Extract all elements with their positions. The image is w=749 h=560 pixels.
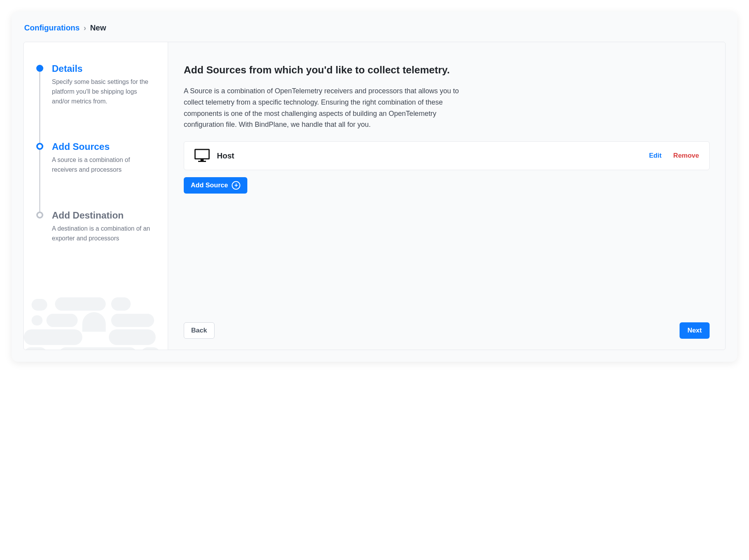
source-name: Host — [217, 151, 649, 160]
back-button[interactable]: Back — [184, 322, 215, 339]
breadcrumb: Configurations › New — [23, 23, 726, 32]
breadcrumb-current: New — [90, 23, 106, 32]
step-desc: Specify some basic settings for the plat… — [52, 77, 155, 106]
monitor-icon — [194, 149, 210, 163]
page-card: Configurations › New Details Specify som… — [12, 12, 737, 362]
page-description: A Source is a combination of OpenTelemet… — [184, 85, 465, 130]
edit-button[interactable]: Edit — [649, 152, 662, 160]
step-desc: A source is a combination of receivers a… — [52, 155, 155, 175]
wizard-sidebar: Details Specify some basic settings for … — [24, 42, 168, 350]
svg-rect-0 — [195, 149, 209, 159]
wizard-panel: Details Specify some basic settings for … — [23, 42, 726, 350]
step-details[interactable]: Details Specify some basic settings for … — [36, 63, 155, 141]
step-dot-inactive-icon — [36, 212, 43, 219]
step-dot-completed-icon — [36, 65, 43, 72]
step-title: Details — [52, 63, 155, 74]
step-dot-active-icon — [36, 143, 43, 150]
add-source-label: Add Source — [191, 181, 228, 189]
svg-rect-1 — [201, 159, 204, 161]
step-desc: A destination is a combination of an exp… — [52, 224, 155, 244]
decorative-blobs — [24, 291, 168, 350]
add-source-button[interactable]: Add Source + — [184, 177, 247, 194]
svg-rect-2 — [198, 161, 206, 162]
page-title: Add Sources from which you'd like to col… — [184, 64, 710, 76]
step-title: Add Destination — [52, 210, 155, 221]
wizard-content: Add Sources from which you'd like to col… — [168, 42, 725, 350]
chevron-right-icon: › — [83, 23, 86, 32]
step-add-sources[interactable]: Add Sources A source is a combination of… — [36, 141, 155, 210]
next-button[interactable]: Next — [680, 322, 710, 339]
step-connector — [39, 72, 40, 144]
step-connector — [39, 150, 40, 213]
wizard-steps: Details Specify some basic settings for … — [36, 63, 155, 244]
source-row: Host Edit Remove — [184, 141, 710, 170]
step-add-destination[interactable]: Add Destination A destination is a combi… — [36, 210, 155, 244]
remove-button[interactable]: Remove — [673, 152, 699, 160]
step-title: Add Sources — [52, 141, 155, 152]
main-area: Add Sources from which you'd like to col… — [184, 64, 710, 315]
plus-circle-icon: + — [232, 181, 240, 190]
breadcrumb-root-link[interactable]: Configurations — [24, 23, 80, 32]
source-actions: Edit Remove — [649, 152, 699, 160]
wizard-footer: Back Next — [184, 315, 710, 339]
